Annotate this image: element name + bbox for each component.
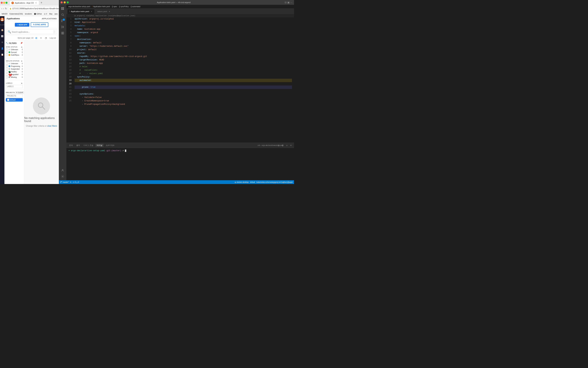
new-app-button[interactable]: + NEW APP [15, 23, 29, 27]
code-content[interactable]: apiVersion: argoproj.io/v1alpha1 kind: A… [72, 17, 294, 143]
filter-degraded[interactable]: 💔 Degraded 0 [6, 74, 23, 75]
bookmark-k8s[interactable]: Kubernetes(CKA) [9, 13, 24, 15]
sync-apps-button[interactable]: ↻ SYNC APPS [31, 22, 48, 27]
breadcrumb-file[interactable]: Application-helm.yaml [93, 6, 110, 8]
bookmark-naver[interactable]: NAVER [1, 13, 8, 15]
filter-progressing[interactable]: Progressing 0 [6, 65, 23, 67]
filter-degraded-checkbox[interactable] [6, 74, 8, 75]
new-tab-button[interactable]: + [39, 1, 44, 5]
terminal-tab-problems[interactable]: 문제 [68, 144, 74, 147]
browser-tab-argo[interactable]: A Applications - Argo CD ✕ [9, 0, 39, 5]
activity-settings-icon[interactable] [60, 174, 65, 179]
terminal-trash-btn[interactable]: 🗑 [281, 144, 284, 147]
terminal-content[interactable]: ➜ argo-declarartive-setup-yaml git:(mast… [66, 148, 294, 180]
bookmark-terraform[interactable]: terraform [24, 13, 33, 15]
sync-status-collapse[interactable]: ▲ [21, 46, 23, 48]
filter-outofsync-checkbox[interactable] [6, 54, 8, 56]
sidebar-settings-icon[interactable]: ⚙ [0, 41, 4, 44]
filter-outofsync[interactable]: OutOfSync 0 [6, 54, 23, 56]
argo-avatar[interactable] [0, 18, 4, 21]
status-schema[interactable]: kubernetes:schema/argoproj.io/v1alpha1@a… [256, 181, 293, 183]
mac-close-dot-left[interactable] [1, 2, 3, 4]
terminal-close-btn[interactable]: ✕ [289, 144, 293, 147]
breadcrumb-spec[interactable]: {} spec [112, 6, 117, 8]
breadcrumb-syncpolicy[interactable]: {} syncPolicy [119, 6, 129, 8]
status-docker[interactable]: 🐳 docker-desktop [235, 181, 249, 183]
bookmark-github[interactable]: ⚫ GitHub [33, 13, 43, 15]
vscode-min-dot[interactable] [64, 1, 66, 3]
vscode-layout-icon[interactable]: ▣ [287, 1, 289, 4]
items-per-page-label[interactable]: Items per page: 10 [18, 37, 33, 39]
activity-extensions-icon[interactable] [60, 30, 65, 36]
url-bar[interactable]: 🔒 127.0.0.1:30080/applications?proj=defa… [8, 7, 67, 10]
sidebar-apps-icon[interactable] [0, 35, 4, 38]
filter-suspended-checkbox[interactable] [6, 68, 8, 70]
health-status-collapse[interactable]: ▲ [21, 60, 23, 62]
terminal-chevron-up-btn[interactable]: ∧ [285, 144, 289, 147]
project-default-tag[interactable]: default [6, 98, 23, 101]
list-view-icon[interactable]: ≡ [39, 36, 43, 40]
search-input[interactable] [12, 31, 53, 33]
sidebar-user-icon[interactable]: 👤 [0, 47, 4, 50]
activity-explorer-icon[interactable] [60, 6, 65, 11]
vscode-split-icon[interactable]: ⊟ [285, 1, 287, 4]
filter-suspended[interactable]: Suspended 0 [6, 68, 23, 70]
sidebar-home-icon[interactable]: 🏠 [0, 28, 4, 32]
terminal-tab-debug[interactable]: 디버그 콘솔 [82, 144, 95, 147]
refresh-button[interactable]: ↻ [5, 7, 7, 10]
filter-synced[interactable]: Synced 0 [6, 51, 23, 53]
filter-synced-checkbox[interactable] [6, 51, 8, 53]
back-button[interactable]: ‹ [1, 7, 2, 10]
terminal-new-btn[interactable]: + [273, 144, 276, 147]
filter-health-unknown-checkbox[interactable] [6, 63, 8, 64]
filter-healthy-checkbox[interactable] [6, 71, 8, 73]
terminal-split-btn[interactable]: ⊟ [277, 144, 280, 147]
clear-filters-link[interactable]: clear filters [47, 125, 57, 127]
activity-search-icon[interactable] [60, 12, 65, 18]
filter-unknown-sync-checkbox[interactable] [6, 48, 8, 51]
search-input-wrapper[interactable]: 🔍 / [6, 29, 57, 34]
forward-button[interactable]: › [3, 7, 4, 10]
mac-min-dot-left[interactable] [3, 2, 5, 4]
tab-close-values-yaml[interactable]: ✕ [108, 10, 111, 13]
filter-progressing-checkbox[interactable] [6, 65, 8, 67]
filter-health-unknown[interactable]: Unknown 0 [6, 63, 23, 64]
vscode-close-dot[interactable] [61, 1, 63, 3]
bookmark-tool[interactable]: 도구 [43, 12, 48, 16]
status-sync[interactable]: ↻ [70, 181, 71, 183]
filter-missing[interactable]: Missing 0 [6, 76, 23, 78]
labels-collapse[interactable]: ▲ [21, 82, 23, 84]
grid-view-icon[interactable]: ⊞ [34, 36, 38, 40]
filter-unknown-sync[interactable]: Unknown 0 [6, 48, 23, 51]
log-out-button[interactable]: Log out [49, 37, 57, 39]
editor-content[interactable]: 12345 678910 1112131415 161718 19 20 212… [66, 17, 294, 143]
activity-account-icon[interactable] [60, 168, 65, 173]
filter-healthy[interactable]: ❤ Healthy 0 [6, 71, 23, 73]
terminal-tab-output[interactable]: 출력 [75, 144, 81, 147]
bookmark-mac[interactable]: Mac [49, 13, 53, 15]
status-project[interactable]: default [250, 181, 255, 183]
vscode-max-dot[interactable] [67, 1, 69, 3]
bookmark-aws[interactable]: aws [54, 13, 58, 15]
terminal-tab-terminal[interactable]: 터미널 [95, 144, 104, 147]
tab-close-application-helm[interactable]: ✕ [90, 10, 93, 13]
mac-max-dot-left[interactable] [5, 2, 8, 4]
vscode-more-icon[interactable]: ··· [290, 1, 292, 4]
labels-input[interactable] [6, 85, 23, 88]
breadcrumb-automated[interactable]: {} automated [131, 6, 140, 8]
projects-input[interactable] [6, 94, 23, 97]
activity-run-icon[interactable] [60, 24, 65, 30]
status-warnings[interactable]: ⚠ 0 △ 0 [73, 181, 79, 183]
tab-values-yaml[interactable]: values.yaml ✕ [95, 9, 113, 14]
sidebar-docs-icon[interactable]: 📋 [0, 53, 4, 56]
filter-pin-icon[interactable]: 📌 [20, 42, 23, 44]
projects-clear-button[interactable]: ✕ CLEAR [15, 91, 24, 94]
terminal-tab-jupyter[interactable]: JUPYTER [104, 144, 116, 147]
browser-tab-close[interactable]: ✕ [35, 2, 37, 4]
status-branch[interactable]: master* [60, 181, 69, 183]
breadcrumb-root[interactable]: argo-declarartive-setup-yaml [68, 6, 90, 8]
tab-application-helm[interactable]: ! Application-helm.yaml ✕ [67, 9, 95, 14]
activity-git-icon[interactable]: 1 [60, 18, 65, 24]
filter-missing-checkbox[interactable] [6, 76, 8, 78]
chart-view-icon[interactable]: ◔ [44, 36, 48, 40]
